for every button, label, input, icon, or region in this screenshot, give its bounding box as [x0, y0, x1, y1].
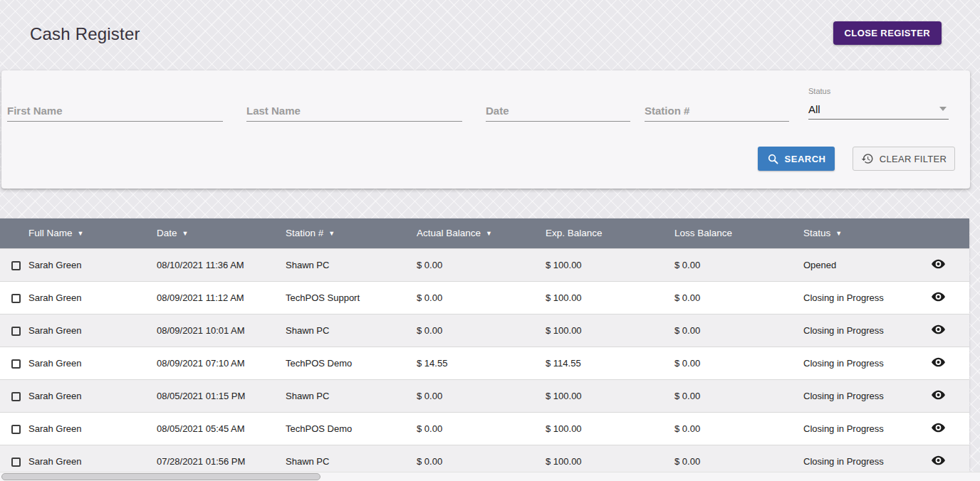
date-input[interactable]	[486, 100, 630, 122]
header-cell-loss-balance: Loss Balance	[672, 218, 801, 248]
horizontal-scrollbar-thumb[interactable]	[1, 473, 320, 480]
sort-icon[interactable]: ▼	[182, 230, 189, 237]
cell-date: 08/05/2021 05:45 AM	[154, 412, 283, 445]
cell-loss-balance: $ 0.00	[672, 379, 801, 412]
cell-checkbox	[0, 379, 26, 412]
row-checkbox[interactable]	[11, 294, 21, 303]
cell-date: 08/09/2021 11:12 AM	[154, 281, 283, 314]
cell-date: 08/09/2021 10:01 AM	[154, 314, 283, 347]
filter-panel: Status All SEARCH CLEAR FILTER	[1, 70, 970, 189]
sort-icon[interactable]: ▼	[78, 230, 84, 237]
view-details-icon[interactable]	[932, 259, 945, 269]
cell-checkbox	[0, 412, 26, 445]
sort-icon[interactable]: ▼	[486, 230, 492, 237]
last-name-input[interactable]	[246, 100, 462, 122]
cell-status: Closing in Progress	[801, 412, 914, 445]
cell-exp-balance: $ 100.00	[543, 248, 672, 281]
row-checkbox[interactable]	[11, 327, 21, 336]
header-cell-full-name[interactable]: Full Name▼	[26, 218, 154, 248]
cell-station: TechPOS Demo	[283, 347, 414, 379]
cell-actions	[914, 347, 969, 379]
row-checkbox[interactable]	[11, 359, 21, 369]
table-header-row: Full Name▼ Date▼ Station #▼ Actual Balan…	[0, 218, 969, 248]
cell-station: TechPOS Demo	[283, 412, 414, 445]
cell-exp-balance: $ 100.00	[543, 281, 672, 314]
cell-exp-balance: $ 100.00	[543, 379, 672, 412]
cell-actions	[914, 314, 969, 347]
table-row: Sarah Green 08/05/2021 05:45 AM TechPOS …	[0, 412, 969, 445]
close-register-button[interactable]: CLOSE REGISTER	[833, 21, 942, 45]
row-checkbox[interactable]	[11, 425, 21, 434]
view-details-icon[interactable]	[932, 455, 945, 465]
cell-loss-balance: $ 0.00	[672, 314, 801, 347]
chevron-down-icon	[939, 107, 947, 111]
cell-full-name: Sarah Green	[26, 412, 154, 445]
search-button[interactable]: SEARCH	[758, 147, 835, 171]
horizontal-scrollbar[interactable]	[0, 472, 980, 481]
header-cell-status[interactable]: Status▼	[801, 218, 914, 248]
view-details-icon[interactable]	[932, 423, 945, 433]
cell-status: Closing in Progress	[801, 379, 914, 412]
cell-checkbox	[0, 248, 26, 281]
row-checkbox[interactable]	[11, 458, 21, 467]
status-select[interactable]: Status All	[808, 87, 949, 120]
cell-full-name: Sarah Green	[26, 379, 154, 412]
table-body: Sarah Green 08/10/2021 11:36 AM Shawn PC…	[0, 248, 969, 477]
cell-exp-balance: $ 100.00	[543, 412, 672, 445]
view-details-icon[interactable]	[932, 357, 945, 367]
filter-actions: SEARCH CLEAR FILTER	[758, 147, 955, 171]
cell-actions	[914, 281, 969, 314]
first-name-input[interactable]	[7, 100, 223, 122]
cell-actual-balance: $ 0.00	[414, 314, 543, 347]
status-label: Status	[808, 87, 949, 95]
row-checkbox[interactable]	[11, 392, 21, 401]
header-cell-actual-balance[interactable]: Actual Balance▼	[414, 218, 543, 248]
cell-status: Opened	[801, 248, 914, 281]
cell-full-name: Sarah Green	[26, 314, 154, 347]
cell-actual-balance: $ 0.00	[414, 412, 543, 445]
cell-date: 08/10/2021 11:36 AM	[154, 248, 283, 281]
header-cell-checkbox	[0, 218, 26, 248]
cell-actual-balance: $ 0.00	[414, 379, 543, 412]
table-row: Sarah Green 08/05/2021 01:15 PM Shawn PC…	[0, 379, 969, 412]
cell-actions	[914, 412, 969, 445]
table-row: Sarah Green 08/09/2021 07:10 AM TechPOS …	[0, 347, 969, 379]
sort-icon[interactable]: ▼	[328, 230, 335, 237]
cell-checkbox	[0, 281, 26, 314]
cell-status: Closing in Progress	[801, 281, 914, 314]
cell-station: Shawn PC	[283, 379, 414, 412]
top-bar: Cash Register CLOSE REGISTER	[0, 0, 980, 69]
cell-station: TechPOS Support	[283, 281, 414, 314]
clear-filter-button[interactable]: CLEAR FILTER	[853, 147, 955, 171]
cell-date: 08/05/2021 01:15 PM	[154, 379, 283, 412]
cell-loss-balance: $ 0.00	[672, 347, 801, 379]
station-input[interactable]	[645, 100, 789, 122]
header-cell-actions	[914, 218, 969, 248]
cell-loss-balance: $ 0.00	[672, 248, 801, 281]
cash-register-table: Full Name▼ Date▼ Station #▼ Actual Balan…	[0, 218, 969, 477]
cell-exp-balance: $ 100.00	[543, 314, 672, 347]
row-checkbox[interactable]	[11, 261, 21, 270]
header-cell-date[interactable]: Date▼	[154, 218, 283, 248]
cell-full-name: Sarah Green	[26, 281, 154, 314]
cell-actual-balance: $ 0.00	[414, 248, 543, 281]
cell-actions	[914, 379, 969, 412]
status-value: All	[808, 103, 820, 115]
cell-loss-balance: $ 0.00	[672, 412, 801, 445]
table-row: Sarah Green 08/09/2021 10:01 AM Shawn PC…	[0, 314, 969, 347]
status-row: All	[808, 99, 949, 120]
cell-checkbox	[0, 347, 26, 379]
view-details-icon[interactable]	[932, 390, 945, 400]
cell-actions	[914, 248, 969, 281]
sort-icon[interactable]: ▼	[835, 230, 842, 237]
page-title: Cash Register	[30, 24, 140, 44]
cell-status: Closing in Progress	[801, 347, 914, 379]
cell-actual-balance: $ 14.55	[414, 347, 543, 379]
cell-actual-balance: $ 0.00	[414, 281, 543, 314]
view-details-icon[interactable]	[932, 324, 945, 334]
view-details-icon[interactable]	[932, 292, 945, 302]
search-button-label: SEARCH	[785, 154, 826, 164]
header-cell-station[interactable]: Station #▼	[283, 218, 414, 248]
cell-station: Shawn PC	[283, 248, 414, 281]
cell-full-name: Sarah Green	[26, 248, 154, 281]
